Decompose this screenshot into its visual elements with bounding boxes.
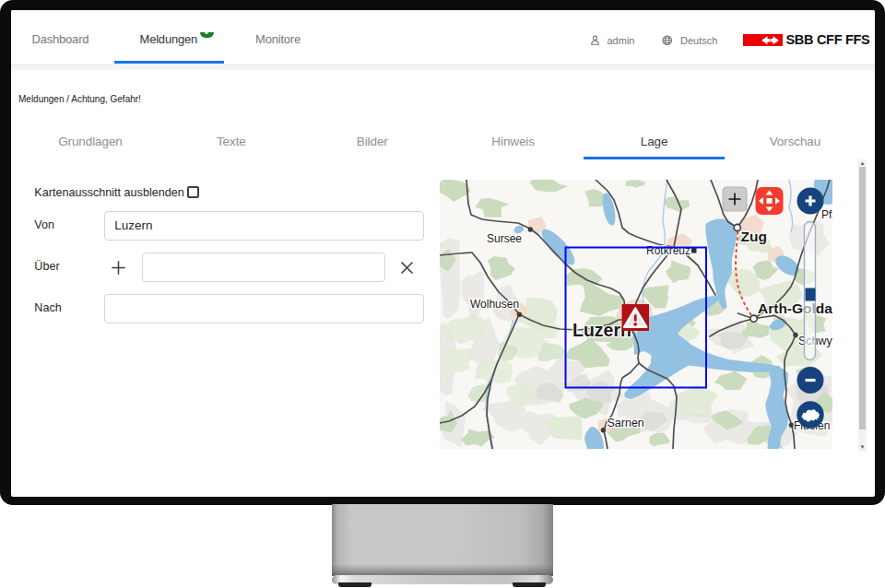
svg-text:Sarnen: Sarnen bbox=[608, 417, 644, 429]
svg-text:Zug: Zug bbox=[741, 229, 767, 244]
svg-text:Wolhusen: Wolhusen bbox=[470, 298, 519, 311]
svg-text:Sursee: Sursee bbox=[487, 232, 522, 245]
svg-text:Rotkreuz: Rotkreuz bbox=[646, 244, 690, 257]
svg-text:Arth-Goldau: Arth-Goldau bbox=[758, 300, 832, 316]
svg-text:Pfäffikon: Pfäffikon bbox=[821, 208, 832, 221]
